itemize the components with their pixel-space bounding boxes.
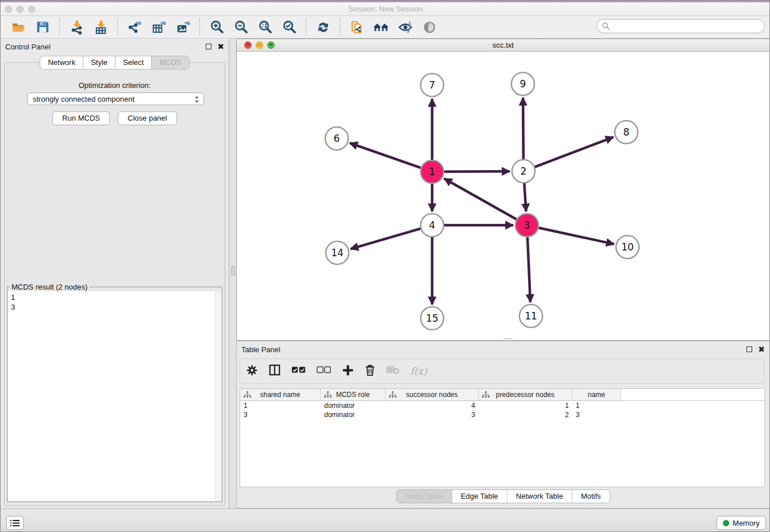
graph-edge-2-9[interactable] (523, 98, 523, 159)
hierarchy-icon (482, 391, 490, 398)
search-box[interactable] (596, 19, 765, 33)
graph-node-label-1: 1 (429, 166, 436, 178)
gear-icon (246, 364, 258, 376)
close-table-panel-icon[interactable]: ✖ (758, 345, 765, 353)
graph-node-label-8: 8 (623, 126, 630, 138)
graph-edge-3-1[interactable] (444, 179, 517, 219)
close-panel-icon[interactable]: ✖ (217, 43, 224, 51)
import-network-button[interactable] (68, 18, 85, 36)
table-row[interactable]: 1 dominator 4 1 1 (240, 401, 764, 410)
run-mcds-button[interactable]: Run MCDS (52, 111, 110, 125)
optimization-criterion-label: Optimization criterion: (5, 81, 225, 90)
home-view-button[interactable] (372, 18, 390, 36)
tab-select[interactable]: Select (115, 56, 151, 70)
export-table-button[interactable] (150, 18, 167, 36)
column-header-name[interactable]: name (572, 389, 621, 400)
memory-button[interactable]: Memory (717, 516, 766, 530)
cell-shared-name[interactable]: 3 (240, 410, 321, 419)
table-settings-button[interactable] (246, 364, 258, 379)
graph-edge-1-6[interactable] (350, 143, 421, 168)
tab-network-table[interactable]: Network Table (507, 490, 572, 503)
export-image-button[interactable] (174, 18, 191, 36)
zoom-selected-button[interactable] (280, 18, 298, 36)
save-icon (35, 20, 50, 34)
tab-style[interactable]: Style (83, 56, 115, 70)
network-graph[interactable]: 1234678910111415 (237, 52, 769, 340)
export-network-icon (127, 20, 143, 35)
column-header-shared-name[interactable]: shared name (240, 389, 321, 400)
float-panel-icon[interactable] (206, 44, 211, 49)
tab-edge-table[interactable]: Edge Table (452, 490, 507, 503)
hierarchy-icon (324, 391, 332, 398)
status-bar: Memory (1, 508, 770, 532)
export-network-button[interactable] (126, 18, 143, 36)
refresh-view-button[interactable] (314, 18, 332, 36)
import-network-icon (69, 20, 84, 35)
tab-motifs[interactable]: Motifs (572, 490, 610, 503)
table-row[interactable]: 3 dominator 3 2 3 (240, 410, 764, 419)
delete-column-button[interactable] (364, 364, 376, 379)
cell-shared-name[interactable]: 1 (240, 401, 321, 410)
cell-successor-nodes[interactable]: 4 (386, 401, 479, 410)
graph-node-label-11: 11 (525, 310, 537, 322)
network-window-titlebar[interactable]: ✕ − + scc.txt (237, 39, 769, 52)
tab-network[interactable]: Network (40, 56, 83, 70)
column-header-mcds-role[interactable]: MCDS role (321, 389, 386, 400)
graph-node-label-15: 15 (426, 313, 438, 324)
cell-name[interactable]: 3 (572, 410, 621, 419)
open-session-button[interactable] (10, 18, 27, 36)
graph-edge-2-8[interactable] (535, 137, 614, 167)
save-session-button[interactable] (34, 18, 51, 36)
checked-boxes-icon (291, 366, 306, 374)
show-column-panel-button[interactable] (268, 364, 281, 379)
column-header-successor-nodes[interactable]: successor nodes (386, 389, 479, 400)
memory-status-dot (723, 520, 729, 526)
splitter-grip[interactable] (231, 266, 235, 275)
titlebar: Session: New Session (1, 2, 770, 16)
add-column-button[interactable] (342, 364, 354, 379)
table-toolbar: f(x) (240, 358, 765, 384)
select-all-rows-button[interactable] (291, 366, 306, 376)
vertical-splitter[interactable] (230, 38, 236, 508)
delete-table-button[interactable] (386, 365, 400, 377)
function-builder-button[interactable]: f(x) (410, 365, 427, 377)
toolbar-separator (340, 18, 340, 36)
graph-node-label-4: 4 (429, 219, 436, 231)
import-table-button[interactable] (92, 18, 109, 36)
cell-name[interactable]: 1 (572, 401, 621, 410)
graph-edge-4-14[interactable] (351, 229, 421, 249)
zoom-out-button[interactable] (232, 18, 249, 36)
cell-mcds-role[interactable]: dominator (321, 410, 386, 419)
graph-edge-1-2[interactable] (444, 171, 510, 172)
tab-node-table[interactable]: Node Table (396, 490, 452, 503)
criterion-dropdown[interactable]: strongly connected component (27, 92, 204, 105)
float-table-panel-icon[interactable] (746, 346, 752, 352)
clone-network-button[interactable] (348, 18, 365, 36)
graph-edge-3-11[interactable] (528, 237, 530, 302)
zoom-in-button[interactable] (208, 18, 225, 36)
zoom-fit-button[interactable] (256, 18, 274, 36)
export-image-icon (175, 20, 191, 35)
deselect-all-rows-button[interactable] (317, 366, 332, 376)
cell-successor-nodes[interactable]: 3 (386, 410, 479, 419)
cell-predecessor-nodes[interactable]: 2 (479, 410, 572, 419)
mcds-result-textarea[interactable]: 1 3 (8, 291, 221, 501)
search-input[interactable] (613, 21, 764, 32)
cell-predecessor-nodes[interactable]: 1 (479, 401, 572, 410)
contrast-circle-icon (422, 20, 437, 35)
cell-mcds-role[interactable]: dominator (321, 401, 386, 410)
network-canvas[interactable]: 1234678910111415 (237, 52, 769, 340)
trash-icon (364, 364, 376, 376)
graph-edge-3-10[interactable] (539, 228, 614, 244)
show-graphics-details-button[interactable] (421, 18, 438, 36)
column-header-predecessor-nodes[interactable]: predecessor nodes (479, 389, 572, 400)
hide-graphics-button[interactable] (396, 18, 414, 36)
search-icon (602, 22, 610, 30)
graph-edge-2-3[interactable] (524, 183, 526, 211)
mcds-result-scrollbar[interactable] (215, 291, 221, 501)
table-header-row: shared name MCDS role successor nodes pr… (240, 389, 764, 401)
show-task-history-button[interactable] (6, 516, 24, 530)
mcds-tab-panel: Optimization criterion: strongly connect… (4, 62, 225, 506)
tab-mcds[interactable]: MCDS (151, 56, 189, 70)
close-panel-button[interactable]: Close panel (118, 111, 177, 125)
